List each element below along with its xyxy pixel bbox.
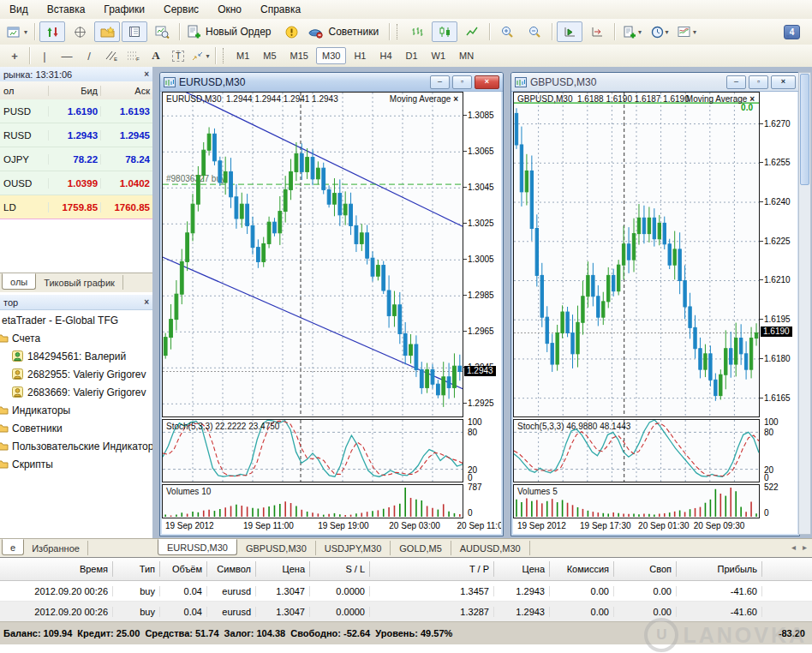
tree-item[interactable]: Советники — [0, 419, 152, 437]
tree-item[interactable]: 2683669: Valeriy Grigorev — [0, 383, 152, 401]
navigator-tab-2[interactable]: Избранное — [24, 541, 88, 555]
line-chart-button[interactable] — [459, 21, 485, 42]
market-watch-tab-2[interactable]: Тиковый график — [36, 275, 123, 290]
tabs-scroll-right-icon[interactable]: ▸ — [803, 542, 807, 552]
market-watch-button[interactable] — [39, 21, 65, 42]
market-watch-row[interactable]: PUSD1.61901.6193 — [0, 99, 152, 123]
menu-item-Графики[interactable]: Графики — [94, 1, 154, 18]
text-button[interactable]: A — [145, 46, 167, 65]
terminal-column-11[interactable]: Прибыль — [677, 561, 762, 577]
text-label-button[interactable]: T — [167, 46, 189, 65]
menu-item-Справка[interactable]: Справка — [251, 1, 310, 18]
comments-badge[interactable]: 4 — [784, 25, 800, 39]
timeframe-MN[interactable]: MN — [453, 47, 480, 64]
terminal-column-1[interactable]: Время — [0, 561, 113, 577]
terminal-column-7[interactable]: T / P — [370, 561, 494, 577]
tree-item[interactable]: etaTrader - E-Global TFG — [0, 311, 152, 329]
toolbar-grip[interactable] — [223, 48, 226, 63]
close-icon[interactable]: × — [144, 297, 149, 307]
price-chart-pane[interactable]: GBPUSD,M30 1.6188 1.6190 1.6187 1.6190Mo… — [513, 92, 760, 417]
tree-item[interactable]: Скрипты — [0, 455, 152, 473]
fibonacci-button[interactable]: F — [122, 46, 145, 65]
navigator-panel-header[interactable]: тор × — [0, 295, 152, 310]
tree-item[interactable]: Пользовательские Индикатор — [0, 437, 152, 455]
terminal-column-9[interactable]: Комиссия — [550, 561, 614, 577]
data-window-button[interactable] — [67, 21, 93, 42]
vertical-line-button[interactable]: | — [33, 46, 56, 65]
chart-tab-GBPUSD,M30[interactable]: GBPUSD,M30 — [237, 541, 316, 555]
stochastic-pane[interactable]: Stoch(5,3,3) 46.9880 48.1443 — [513, 419, 760, 482]
close-icon[interactable]: × — [144, 69, 149, 79]
menu-item-Сервис[interactable]: Сервис — [154, 1, 208, 18]
chart-tab-EURUSD,M30[interactable]: EURUSD,M30 — [158, 539, 237, 555]
navigator-button[interactable] — [94, 21, 120, 42]
navigator-tab-1[interactable]: е — [2, 539, 24, 555]
close-button[interactable]: × — [771, 75, 796, 89]
bar-chart-button[interactable] — [404, 21, 430, 42]
restore-button[interactable]: ▫ — [452, 75, 472, 89]
important-button[interactable] — [278, 21, 304, 42]
templates-button[interactable]: ▾ — [674, 21, 700, 42]
timeframe-M15[interactable]: M15 — [284, 47, 314, 64]
zoom-out-button[interactable] — [522, 21, 547, 42]
terminal-button[interactable] — [122, 21, 147, 42]
timeframe-M30[interactable]: M30 — [316, 47, 346, 64]
chart-tab-GOLD,M5[interactable]: GOLD,M5 — [391, 541, 451, 555]
stochastic-pane[interactable]: Stoch(5,3,3) 22.2222 23.4750 — [162, 419, 463, 482]
new-chart-button[interactable]: ▾ — [4, 21, 30, 42]
tabs-scroll-left-icon[interactable]: ◂ — [791, 542, 796, 552]
new-order-button[interactable]: Новый Ордер — [184, 21, 277, 42]
crosshair-tool-button[interactable]: + — [3, 46, 26, 65]
tree-item[interactable]: Счета — [0, 329, 152, 347]
expert-advisors-button[interactable]: Советники — [306, 21, 385, 42]
timeframe-H4[interactable]: H4 — [373, 47, 397, 64]
menu-item-Вставка[interactable]: Вставка — [38, 1, 95, 18]
window-titlebar[interactable]: GBPUSD,M30 – ▫ × — [511, 73, 799, 92]
workspace-vertical-scrollbar[interactable] — [798, 72, 811, 535]
market-watch-panel-header[interactable]: рынка: 13:31:06 × — [0, 67, 152, 82]
strategy-tester-button[interactable] — [149, 21, 175, 42]
timeframe-M5[interactable]: M5 — [257, 47, 282, 64]
tree-item[interactable]: 184294561: Валерий — [0, 347, 152, 365]
timeframe-D1[interactable]: D1 — [400, 47, 424, 64]
terminal-column-6[interactable]: S / L — [310, 561, 370, 577]
menu-item-Вид[interactable]: Вид — [0, 1, 38, 18]
tree-item[interactable]: Индикаторы — [0, 401, 152, 419]
market-watch-tab-1[interactable]: олы — [2, 273, 36, 290]
market-watch-row[interactable]: OJPY78.2278.24 — [0, 147, 152, 171]
timeframe-M1[interactable]: M1 — [230, 47, 255, 64]
minimize-button[interactable]: – — [430, 75, 450, 89]
equidistant-channel-button[interactable]: E — [100, 46, 122, 65]
market-watch-row[interactable]: RUSD1.29431.2945 — [0, 123, 152, 147]
chart-client-area[interactable]: GBPUSD,M30 1.6188 1.6190 1.6187 1.6190Mo… — [513, 92, 797, 534]
horizontal-line-button[interactable]: — — [56, 46, 78, 65]
toolbar-grip[interactable] — [397, 24, 400, 39]
chart-tab-USDJPY,M30[interactable]: USDJPY,M30 — [316, 541, 391, 555]
auto-scroll-button[interactable] — [557, 21, 582, 42]
scrollbar-thumb[interactable] — [800, 74, 809, 185]
restore-button[interactable]: ▫ — [749, 75, 768, 89]
terminal-column-8[interactable]: Цена — [494, 561, 550, 577]
window-titlebar[interactable]: EURUSD,M30 – ▫ × — [160, 73, 503, 92]
menu-item-Окно[interactable]: Окно — [208, 1, 251, 18]
terminal-column-10[interactable]: Своп — [614, 561, 677, 577]
timeframe-H1[interactable]: H1 — [348, 47, 372, 64]
terminal-column-3[interactable]: Объём — [160, 561, 207, 577]
tree-item[interactable]: 2682955: Valeriy Grigorev — [0, 365, 152, 383]
arrows-button[interactable]: ▾ — [189, 46, 212, 65]
price-chart-pane[interactable]: #98036327 buyEURUSD,M30 1.2944 1.2944 1.… — [162, 92, 463, 417]
market-watch-row[interactable]: OUSD1.03991.0402 — [0, 171, 152, 195]
chart-shift-button[interactable] — [584, 21, 610, 42]
order-row[interactable]: 980363262012.09.20 00:26buy0.04eurusd1.3… — [0, 581, 812, 602]
terminal-column-4[interactable]: Символ — [207, 561, 256, 577]
indicators-button[interactable]: ▾ — [619, 21, 645, 42]
order-row[interactable]: 980363272012.09.20 00:26buy0.04eurusd1.3… — [0, 602, 812, 622]
close-button[interactable]: × — [475, 75, 499, 89]
volumes-pane[interactable]: Volumes 5 — [513, 484, 760, 518]
minimize-button[interactable]: – — [726, 75, 746, 89]
market-watch-row[interactable]: LD1759.851760.85 — [0, 195, 152, 219]
periods-button[interactable]: ▾ — [647, 21, 672, 42]
chart-tab-AUDUSD,M30[interactable]: AUDUSD,M30 — [451, 541, 530, 555]
timeframe-W1[interactable]: W1 — [426, 47, 452, 64]
terminal-column-2[interactable]: Тип — [113, 561, 160, 577]
